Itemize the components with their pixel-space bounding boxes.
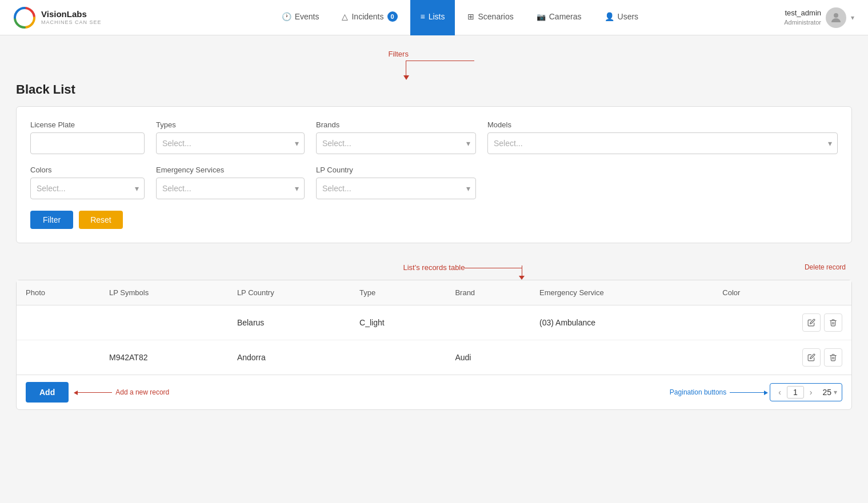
nav-item-events[interactable]: 🕐 Events bbox=[271, 0, 330, 35]
nav-label-scenarios: Scenarios bbox=[478, 12, 513, 21]
filter-button[interactable]: Filter bbox=[30, 211, 73, 229]
edit-button-2[interactable] bbox=[802, 348, 821, 367]
users-icon: 👤 bbox=[605, 12, 614, 21]
table-footer: Add Add a new record Pagination buttons bbox=[17, 375, 851, 409]
colors-select-wrapper: Select... bbox=[30, 178, 145, 199]
filter-colors-group: Colors Select... bbox=[30, 166, 145, 199]
brand-name: VisionLabs bbox=[41, 9, 102, 19]
nav-item-lists[interactable]: ≡ Lists bbox=[410, 0, 455, 35]
col-color: Color bbox=[713, 280, 793, 305]
table-annotation-label: List's records table bbox=[403, 263, 465, 272]
user-dropdown-icon[interactable]: ▾ bbox=[851, 14, 854, 22]
incidents-icon: △ bbox=[342, 12, 348, 21]
add-button[interactable]: Add bbox=[26, 382, 69, 403]
cell-actions-2 bbox=[793, 340, 851, 375]
filter-lp-country-group: LP Country Select... bbox=[316, 166, 476, 199]
cell-color-1 bbox=[713, 305, 793, 340]
delete-button-2[interactable] bbox=[824, 348, 842, 367]
col-lp-country: LP Country bbox=[228, 280, 350, 305]
nav-item-cameras[interactable]: 📷 Cameras bbox=[526, 0, 592, 35]
emergency-select-wrapper: Select... bbox=[156, 178, 305, 199]
incidents-badge: 0 bbox=[387, 11, 398, 22]
logo[interactable]: VisionLabs MACHINES CAN SEE bbox=[14, 7, 102, 29]
cell-brand-2: Audi bbox=[446, 340, 530, 375]
cell-actions-1 bbox=[793, 305, 851, 340]
delete-button-1[interactable] bbox=[824, 313, 842, 332]
cell-emergency-1: (03) Ambulance bbox=[530, 305, 713, 340]
brand-tagline: MACHINES CAN SEE bbox=[41, 19, 102, 26]
cell-photo-1 bbox=[17, 305, 100, 340]
cell-lp-symbols-1 bbox=[100, 305, 228, 340]
filter-buttons: Filter Reset bbox=[30, 211, 838, 229]
filter-types-group: Types Select... bbox=[156, 120, 305, 154]
nav-items: 🕐 Events △ Incidents 0 ≡ Lists ⊞ Scenari… bbox=[136, 0, 785, 35]
add-area: Add Add a new record bbox=[26, 382, 169, 403]
table-body: Belarus C_light (03) Ambulance bbox=[17, 305, 851, 375]
nav-label-incidents: Incidents bbox=[351, 12, 383, 21]
col-actions bbox=[793, 280, 851, 305]
pagination: ‹ 1 › 25 ▾ bbox=[770, 383, 842, 401]
lp-country-select[interactable]: Select... bbox=[316, 178, 476, 199]
filters-row-2: Colors Select... Emergency Services Sele… bbox=[30, 166, 838, 199]
filter-models-group: Models Select... bbox=[487, 120, 838, 154]
brands-label: Brands bbox=[316, 120, 476, 129]
license-plate-label: License Plate bbox=[30, 120, 145, 129]
user-area[interactable]: test_admin Administrator ▾ bbox=[784, 7, 854, 28]
nav-label-lists: Lists bbox=[429, 12, 445, 21]
filters-annotation-label: Filters bbox=[389, 50, 409, 58]
filter-license-plate-group: License Plate bbox=[30, 120, 145, 154]
page-size-chevron-icon[interactable]: ▾ bbox=[834, 388, 837, 396]
lp-country-label: LP Country bbox=[316, 166, 476, 174]
cell-photo-2 bbox=[17, 340, 100, 375]
col-photo: Photo bbox=[17, 280, 100, 305]
brands-select[interactable]: Select... bbox=[316, 132, 476, 154]
user-name: test_admin bbox=[784, 9, 821, 18]
cell-color-2 bbox=[713, 340, 793, 375]
filters-section: License Plate Types Select... Brands Sel… bbox=[16, 106, 852, 243]
nav-item-users[interactable]: 👤 Users bbox=[594, 0, 649, 35]
records-table: Photo LP Symbols LP Country Type Brand E… bbox=[17, 280, 851, 375]
pagination-annotation-label: Pagination buttons bbox=[670, 388, 726, 396]
col-emergency-service: Emergency Service bbox=[530, 280, 713, 305]
reset-button[interactable]: Reset bbox=[79, 211, 123, 229]
col-brand: Brand bbox=[446, 280, 530, 305]
cell-lp-country-2: Andorra bbox=[228, 340, 350, 375]
navbar: VisionLabs MACHINES CAN SEE 🕐 Events △ I… bbox=[0, 0, 868, 35]
models-select-wrapper: Select... bbox=[487, 132, 838, 154]
add-annotation-label: Add a new record bbox=[115, 388, 169, 396]
filters-row-1: License Plate Types Select... Brands Sel… bbox=[30, 120, 838, 154]
prev-page-button[interactable]: ‹ bbox=[775, 387, 785, 398]
nav-label-events: Events bbox=[295, 12, 319, 21]
table-section: Delete record Photo LP Symbols LP Countr… bbox=[16, 280, 852, 410]
emergency-label: Emergency Services bbox=[156, 166, 305, 174]
colors-select[interactable]: Select... bbox=[30, 178, 145, 199]
models-select[interactable]: Select... bbox=[487, 132, 838, 154]
table-row: M942AT82 Andorra Audi bbox=[17, 340, 851, 375]
cameras-icon: 📷 bbox=[537, 13, 546, 21]
emergency-select[interactable]: Select... bbox=[156, 178, 305, 199]
cell-type-1: C_light bbox=[350, 305, 446, 340]
cell-type-2 bbox=[350, 340, 446, 375]
page-size: 25 bbox=[822, 388, 831, 397]
license-plate-input[interactable] bbox=[30, 132, 145, 154]
scenarios-icon: ⊞ bbox=[467, 12, 474, 21]
filters-annotation-area: Filters bbox=[16, 49, 852, 78]
user-role: Administrator bbox=[784, 18, 821, 26]
edit-button-1[interactable] bbox=[802, 313, 821, 332]
next-page-button[interactable]: › bbox=[806, 387, 816, 398]
table-header-row: Photo LP Symbols LP Country Type Brand E… bbox=[17, 280, 851, 305]
brands-select-wrapper: Select... bbox=[316, 132, 476, 154]
delete-annotation: Delete record bbox=[805, 263, 846, 271]
pagination-area: Pagination buttons ‹ 1 › 25 ▾ bbox=[670, 383, 842, 401]
cell-lp-country-1: Belarus bbox=[228, 305, 350, 340]
cell-emergency-2 bbox=[530, 340, 713, 375]
nav-item-scenarios[interactable]: ⊞ Scenarios bbox=[457, 0, 523, 35]
nav-item-incidents[interactable]: △ Incidents 0 bbox=[331, 0, 407, 35]
cell-brand-1 bbox=[446, 305, 530, 340]
lists-icon: ≡ bbox=[421, 12, 425, 21]
types-select-wrapper: Select... bbox=[156, 132, 305, 154]
svg-point-1 bbox=[834, 13, 838, 18]
logo-icon bbox=[14, 7, 35, 29]
types-select[interactable]: Select... bbox=[156, 132, 305, 154]
table-row: Belarus C_light (03) Ambulance bbox=[17, 305, 851, 340]
